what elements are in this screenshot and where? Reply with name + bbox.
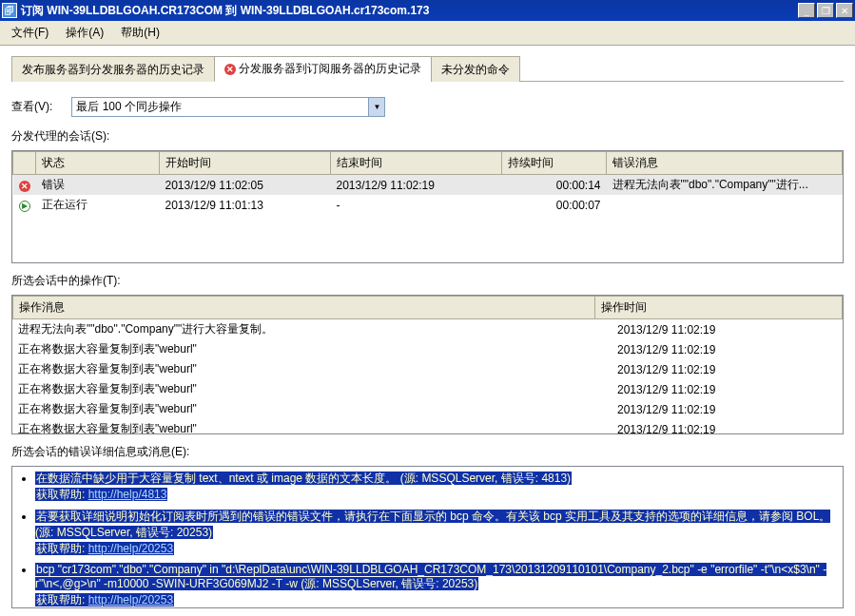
view-label: 查看(V): [11, 99, 52, 115]
error-text: bcp "cr173com"."dbo"."Company" in "d:\Re… [35, 563, 826, 590]
running-icon: ▶ [19, 201, 30, 212]
op-time: 2013/12/9 11:02:19 [612, 339, 843, 359]
cell-status: 错误 [36, 175, 160, 196]
op-time: 2013/12/9 11:02:19 [612, 399, 843, 419]
menu-file[interactable]: 文件(F) [4, 23, 56, 43]
op-time: 2013/12/9 11:02:19 [612, 419, 843, 433]
error-detail-label: 所选会话的错误详细信息或消息(E): [11, 444, 844, 460]
help-link[interactable]: http://help/20253 [88, 593, 173, 606]
maximize-button[interactable]: ❐ [817, 3, 834, 18]
cell-error [607, 195, 843, 215]
menu-help[interactable]: 帮助(H) [113, 23, 167, 43]
error-icon: ✕ [224, 64, 236, 75]
cell-error: 进程无法向表""dbo"."Company""进行... [607, 175, 843, 196]
op-row[interactable]: 正在将数据大容量复制到表"weburl"2013/12/9 11:02:19 [12, 359, 843, 379]
op-msg: 正在将数据大容量复制到表"weburl" [12, 399, 612, 419]
error-icon: ✕ [19, 181, 30, 192]
col-duration[interactable]: 持续时间 [502, 152, 607, 175]
window-controls: _ ❐ ✕ [798, 3, 853, 18]
help-link[interactable]: http://help/20253 [88, 542, 173, 555]
session-row[interactable]: ✕ 错误 2013/12/9 11:02:05 2013/12/9 11:02:… [13, 175, 843, 196]
op-row[interactable]: 正在将数据大容量复制到表"weburl"2013/12/9 11:02:19 [12, 339, 843, 359]
ops-scroll[interactable]: 进程无法向表""dbo"."Company""进行大容量复制。2013/12/9… [12, 319, 843, 433]
sessions-table: 状态 开始时间 结束时间 持续时间 错误消息 ✕ 错误 2013/12/9 11… [11, 150, 844, 263]
col-end[interactable]: 结束时间 [331, 152, 502, 175]
tab-label: 发布服务器到分发服务器的历史记录 [22, 62, 204, 78]
col-opmsg[interactable]: 操作消息 [13, 297, 595, 319]
session-row[interactable]: ▶ 正在运行 2013/12/9 11:01:13 - 00:00:07 [13, 195, 843, 215]
op-row[interactable]: 正在将数据大容量复制到表"weburl"2013/12/9 11:02:19 [12, 399, 843, 419]
error-item: 若要获取详细说明初始化订阅表时所遇到的错误的错误文件，请执行在下面显示的 bcp… [35, 509, 837, 557]
error-item: 在数据流中缺少用于大容量复制 text、ntext 或 image 数据的文本长… [35, 471, 837, 503]
app-icon: 🗐 [2, 3, 17, 18]
tab-label: 分发服务器到订阅服务器的历史记录 [239, 61, 421, 77]
cell-end: 2013/12/9 11:02:19 [331, 175, 502, 196]
col-icon[interactable] [13, 152, 36, 175]
col-error[interactable]: 错误消息 [607, 152, 843, 175]
tab-distributor-history[interactable]: ✕ 分发服务器到订阅服务器的历史记录 [214, 56, 432, 82]
ops-header-row: 操作消息 操作时间 [13, 297, 843, 319]
op-row[interactable]: 进程无法向表""dbo"."Company""进行大容量复制。2013/12/9… [12, 319, 843, 339]
op-msg: 正在将数据大容量复制到表"weburl" [12, 419, 612, 433]
op-time: 2013/12/9 11:02:19 [612, 359, 843, 379]
col-optime[interactable]: 操作时间 [595, 297, 843, 319]
window-title: 订阅 WIN-39LLDBLGOAH.CR173COM 到 WIN-39LLDB… [21, 3, 798, 19]
cell-start: 2013/12/9 11:01:13 [160, 195, 331, 215]
chevron-down-icon[interactable]: ▼ [368, 98, 384, 116]
error-text: 若要获取详细说明初始化订阅表时所遇到的错误的错误文件，请执行在下面显示的 bcp… [35, 510, 830, 539]
op-time: 2013/12/9 11:02:19 [612, 379, 843, 399]
op-msg: 进程无法向表""dbo"."Company""进行大容量复制。 [12, 319, 612, 339]
content-area: 发布服务器到分发服务器的历史记录 ✕ 分发服务器到订阅服务器的历史记录 未分发的… [0, 46, 855, 616]
error-detail-panel[interactable]: 在数据流中缺少用于大容量复制 text、ntext 或 image 数据的文本长… [11, 466, 844, 608]
menu-operate[interactable]: 操作(A) [58, 23, 111, 43]
error-text: 在数据流中缺少用于大容量复制 text、ntext 或 image 数据的文本长… [35, 472, 572, 485]
titlebar: 🗐 订阅 WIN-39LLDBLGOAH.CR173COM 到 WIN-39LL… [0, 0, 855, 21]
help-link[interactable]: http://help/4813 [88, 488, 167, 501]
tab-publisher-history[interactable]: 发布服务器到分发服务器的历史记录 [11, 56, 215, 82]
ops-label: 所选会话中的操作(T): [11, 273, 844, 289]
cell-end: - [331, 195, 502, 215]
tab-undistributed[interactable]: 未分发的命令 [431, 56, 520, 82]
op-msg: 正在将数据大容量复制到表"weburl" [12, 379, 612, 399]
tab-bar: 发布服务器到分发服务器的历史记录 ✕ 分发服务器到订阅服务器的历史记录 未分发的… [11, 55, 844, 82]
op-row[interactable]: 正在将数据大容量复制到表"weburl"2013/12/9 11:02:19 [12, 379, 843, 399]
close-button[interactable]: ✕ [836, 3, 853, 18]
col-status[interactable]: 状态 [36, 152, 160, 175]
cell-duration: 00:00:07 [502, 195, 607, 215]
op-msg: 正在将数据大容量复制到表"weburl" [12, 339, 612, 359]
cell-status: 正在运行 [36, 195, 160, 215]
ops-table: 操作消息 操作时间 进程无法向表""dbo"."Company""进行大容量复制… [11, 295, 844, 434]
col-start[interactable]: 开始时间 [160, 152, 331, 175]
menubar: 文件(F) 操作(A) 帮助(H) [0, 21, 855, 46]
error-item: bcp "cr173com"."dbo"."Company" in "d:\Re… [35, 563, 837, 608]
sessions-header-row: 状态 开始时间 结束时间 持续时间 错误消息 [13, 152, 843, 175]
tab-label: 未分发的命令 [441, 62, 510, 78]
cell-start: 2013/12/9 11:02:05 [160, 175, 331, 196]
op-time: 2013/12/9 11:02:19 [612, 319, 843, 339]
sessions-label: 分发代理的会话(S): [11, 128, 844, 144]
minimize-button[interactable]: _ [798, 3, 815, 18]
op-row[interactable]: 正在将数据大容量复制到表"weburl"2013/12/9 11:02:19 [12, 419, 843, 433]
cell-duration: 00:00:14 [502, 175, 607, 196]
view-select[interactable]: 最后 100 个同步操作 ▼ [71, 97, 385, 117]
view-select-value: 最后 100 个同步操作 [72, 99, 368, 115]
op-msg: 正在将数据大容量复制到表"weburl" [12, 359, 612, 379]
